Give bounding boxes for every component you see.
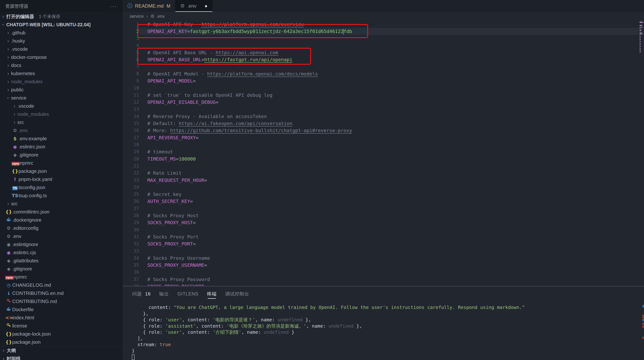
tree-file-.eslintignore[interactable]: ◉.eslintignore xyxy=(0,240,122,248)
git-icon: ◆ xyxy=(5,258,12,263)
tab-readme[interactable]: ⓘ README.md M xyxy=(122,0,175,12)
timeline-section[interactable]: › 时间线 xyxy=(0,354,122,360)
tree-folder-docker-compose[interactable]: ›docker-compose xyxy=(0,53,122,61)
tree-folder-.vscode[interactable]: ›.vscode xyxy=(0,45,122,53)
line-number: 6 xyxy=(122,56,139,63)
tree-item-label: .eslintrc.cjs xyxy=(12,250,36,256)
tree-file-.gitattributes[interactable]: ◆.gitattributes xyxy=(0,257,122,265)
code-line-13: 13 xyxy=(122,106,644,113)
tree-file-CONTRIBUTING.md[interactable]: CONTRIBUTING.md xyxy=(0,297,122,306)
terminal-line-4: { role: 'assistant', content: '电影《玲芽之旅》的… xyxy=(132,323,644,329)
code-editor[interactable]: 1# OpenAI API Key - https://platform.ope… xyxy=(122,21,644,286)
outline-label: 大纲 xyxy=(7,348,16,354)
tree-file-tsup.config.ts[interactable]: TStsup.config.ts xyxy=(0,191,122,200)
tree-item-label: tsup.config.ts xyxy=(18,193,47,199)
tree-file-.env[interactable]: ⚙.env xyxy=(0,232,122,240)
tree-file-package-lock.json[interactable]: {}package-lock.json xyxy=(0,330,122,338)
project-root-section[interactable]: › CHATGPT-WEB [WSL: UBUNTU-22.04] xyxy=(0,20,122,29)
info-icon: ⓘ xyxy=(128,2,132,9)
tree-folder-.vscode[interactable]: ›.vscode xyxy=(0,102,122,110)
panel-tab-problems[interactable]: 问题 16 xyxy=(132,287,151,301)
code-line-1: 1# OpenAI API Key - https://platform.ope… xyxy=(122,21,644,28)
open-editors-section[interactable]: › 打开的编辑器 1 个未保存 xyxy=(0,12,122,20)
minimap[interactable] xyxy=(639,21,644,286)
code-line-32: 32SOCKS_PROXY_PORT= xyxy=(122,240,644,247)
tree-item-label: src xyxy=(18,119,24,125)
tree-item-label: index.html xyxy=(12,315,34,321)
chevron-right-icon: › xyxy=(0,356,7,360)
line-number: 30 xyxy=(122,226,139,233)
line-number: 37 xyxy=(122,276,139,283)
tree-folder-.husky[interactable]: ›.husky xyxy=(0,37,122,45)
tree-file-index.html[interactable]: <>index.html xyxy=(0,314,122,322)
code-line-31: 31# Socks Proxy Port xyxy=(122,233,644,240)
tree-file-.env[interactable]: ⚙.env xyxy=(0,126,122,134)
breadcrumb-file[interactable]: .env xyxy=(156,14,164,19)
line-number: 28 xyxy=(122,212,139,219)
minimap-line-mark xyxy=(640,38,641,39)
tree-file-.dockerignore[interactable]: .dockerignore xyxy=(0,216,122,224)
terminal[interactable]: content: "You are ChatGPT, a large langu… xyxy=(122,304,644,360)
docker-icon xyxy=(5,217,12,223)
chevron-right-icon: › xyxy=(12,111,18,117)
line-number: 32 xyxy=(122,240,139,247)
more-actions-icon[interactable]: ··· xyxy=(110,3,117,9)
code-line-36: 36 xyxy=(122,269,644,276)
tree-folder-kubernetes[interactable]: ›kubernetes xyxy=(0,69,122,77)
tree-folder-node_modules[interactable]: ›node_modules xyxy=(0,77,122,86)
tree-file-tsconfig.json[interactable]: TStsconfig.json xyxy=(0,183,122,191)
tree-file-.commitlintrc.json[interactable]: {}.commitlintrc.json xyxy=(0,208,122,216)
tree-item-label: .vscode xyxy=(11,46,28,52)
tree-file-.gitignore[interactable]: ◆.gitignore xyxy=(0,151,122,159)
tree-file-package.json[interactable]: {}package.json xyxy=(0,167,122,175)
panel-tab-debug-console[interactable]: 调试控制台 xyxy=(225,287,249,301)
tree-file-CONTRIBUTING.en.md[interactable]: ↓CONTRIBUTING.en.md xyxy=(0,289,122,297)
tree-file-CHANGELOG.md[interactable]: ◷CHANGELOG.md xyxy=(0,281,122,289)
tree-file-pnpm-lock.yaml[interactable]: !pnpm-lock.yaml xyxy=(0,175,122,183)
tree-folder-public[interactable]: ›public xyxy=(0,86,122,94)
explorer-header: 资源管理器 ··· xyxy=(0,0,122,12)
minimap-line-mark xyxy=(640,28,641,29)
unsaved-count-badge: 1 个未保存 xyxy=(39,13,60,19)
tree-file-.env.example[interactable]: $.env.example xyxy=(0,134,122,143)
tree-item-label: .npmrc xyxy=(12,274,27,280)
unsaved-dot-icon[interactable]: ● xyxy=(204,3,208,9)
tree-folder-.github[interactable]: ›.github xyxy=(0,29,122,37)
line-number: 17 xyxy=(122,134,139,141)
line-number: 2 xyxy=(122,28,139,35)
chevron-right-icon: › xyxy=(5,79,11,84)
tree-file-.editorconfig[interactable]: ⚙.editorconfig xyxy=(0,224,122,232)
tab-readme-label: README.md xyxy=(135,0,164,12)
tree-folder-service[interactable]: ›service xyxy=(0,94,122,102)
tree-item-label: src xyxy=(11,201,18,207)
tab-env[interactable]: ⚙ .env ● xyxy=(175,0,212,12)
panel-tab-terminal[interactable]: 终端 xyxy=(207,287,217,301)
tree-file-package.json[interactable]: {}package.json xyxy=(0,338,122,346)
tree-file-.gitignore[interactable]: ◆.gitignore xyxy=(0,265,122,273)
breadcrumb[interactable]: service › ⚙ .env xyxy=(122,12,644,21)
tree-item-label: node_modules xyxy=(11,79,43,84)
panel-tab-gitlens[interactable]: GITLENS xyxy=(178,287,198,301)
line-number: 16 xyxy=(122,127,139,134)
tree-folder-src[interactable]: ›src xyxy=(0,200,122,208)
outline-section[interactable]: › 大纲 xyxy=(0,346,122,354)
tree-folder-docs[interactable]: ›docs xyxy=(0,61,122,69)
code-line-10: 10 xyxy=(122,84,644,92)
minimap-line-mark xyxy=(640,33,642,34)
panel-tab-output[interactable]: 输出 xyxy=(159,287,169,301)
tree-folder-src[interactable]: ›src xyxy=(0,118,122,126)
tree-file-Dockerfile[interactable]: Dockerfile xyxy=(0,306,122,314)
minimap-line-mark xyxy=(640,37,641,38)
tree-file-.npmrc[interactable]: npm.npmrc xyxy=(0,273,122,281)
tree-file-license[interactable]: license xyxy=(0,322,122,330)
code-line-27: 27 xyxy=(122,205,644,212)
tree-file-.eslintrc.json[interactable]: ◉.eslintrc.json xyxy=(0,143,122,151)
tree-file-.npmrc[interactable]: npm.npmrc xyxy=(0,159,122,167)
code-line-17: 17API_REVERSE_PROXY= xyxy=(122,134,644,141)
breadcrumb-folder[interactable]: service xyxy=(130,14,144,19)
tree-folder-node_modules[interactable]: ›node_modules xyxy=(0,110,122,118)
minimap-line-mark xyxy=(640,44,641,45)
tree-file-.eslintrc.cjs[interactable]: ◉.eslintrc.cjs xyxy=(0,248,122,257)
npm-icon: npm xyxy=(12,160,18,166)
line-number: 31 xyxy=(122,233,139,240)
